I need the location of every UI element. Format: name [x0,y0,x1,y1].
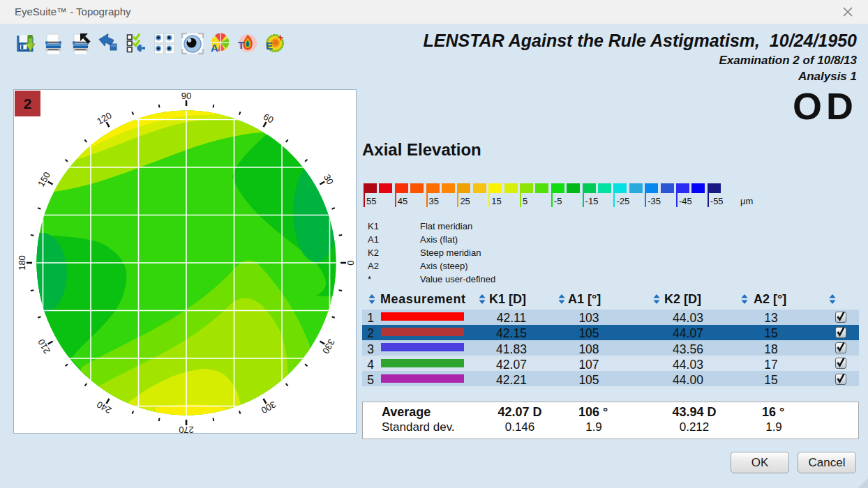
svg-text:150: 150 [36,170,52,188]
svg-text:0: 0 [345,260,356,265]
svg-text:270: 270 [179,425,194,433]
svg-text:330: 330 [320,337,337,356]
svg-text:60: 60 [262,111,276,125]
svg-text:120: 120 [95,110,113,127]
svg-text:30: 30 [322,172,336,186]
svg-text:210: 210 [36,337,52,356]
svg-text:90: 90 [181,91,191,101]
svg-text:300: 300 [260,399,278,415]
svg-text:180: 180 [17,255,27,270]
svg-text:240: 240 [95,399,113,415]
